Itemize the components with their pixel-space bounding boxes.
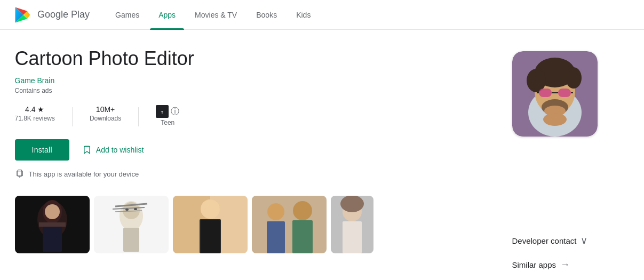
svg-rect-24 bbox=[201, 220, 220, 253]
svg-point-26 bbox=[267, 203, 284, 220]
screenshot-3[interactable] bbox=[173, 196, 248, 253]
device-icon bbox=[15, 169, 25, 179]
similar-apps-label: Similar apps bbox=[512, 260, 556, 269]
svg-rect-40 bbox=[539, 89, 552, 97]
rating-number: 4.4 bbox=[25, 105, 35, 114]
rating-label: 71.8K reviews bbox=[15, 115, 55, 122]
content-rating-label: Teen bbox=[161, 119, 174, 126]
downloads-value: 10M+ bbox=[96, 105, 115, 114]
main-nav: Games Apps Movies & TV Books Kids bbox=[107, 0, 319, 30]
svg-rect-9 bbox=[39, 222, 66, 227]
nav-movies[interactable]: Movies & TV bbox=[186, 0, 245, 30]
arrow-right-icon: → bbox=[560, 259, 570, 270]
svg-rect-25 bbox=[252, 196, 327, 253]
svg-rect-41 bbox=[558, 89, 571, 97]
screenshot-5[interactable] bbox=[331, 196, 373, 253]
svg-rect-14 bbox=[123, 228, 139, 252]
downloads-label: Downloads bbox=[90, 115, 121, 122]
device-notice: This app is available for your device bbox=[15, 169, 480, 179]
google-play-icon bbox=[13, 5, 32, 25]
nav-books[interactable]: Books bbox=[248, 0, 285, 30]
info-icon[interactable]: ⓘ bbox=[171, 106, 179, 117]
wishlist-button[interactable]: Add to wishlist bbox=[78, 139, 148, 161]
app-icon bbox=[512, 51, 598, 137]
svg-point-47 bbox=[543, 113, 567, 126]
svg-point-22 bbox=[201, 199, 220, 219]
svg-point-39 bbox=[566, 67, 582, 89]
nav-games[interactable]: Games bbox=[107, 0, 148, 30]
content-rating-stat: T ⓘ Teen bbox=[156, 105, 179, 126]
logo-link[interactable]: Google Play bbox=[13, 5, 90, 25]
svg-rect-33 bbox=[343, 221, 362, 253]
developer-link[interactable]: Game Brain bbox=[15, 76, 480, 85]
svg-rect-8 bbox=[43, 225, 62, 252]
header: Google Play Games Apps Movies & TV Books… bbox=[0, 0, 644, 30]
rating-stat: 4.4 ★ 71.8K reviews bbox=[15, 105, 55, 122]
contains-ads: Contains ads bbox=[15, 87, 480, 94]
actions-row: Install Add to wishlist bbox=[15, 139, 480, 161]
content-layout: Cartoon Photo Editor Game Brain Contains… bbox=[15, 47, 630, 273]
sidebar-actions: Developer contact ∨ Similar apps → bbox=[512, 233, 630, 273]
install-button[interactable]: Install bbox=[15, 139, 69, 161]
stat-divider-1 bbox=[72, 107, 73, 126]
similar-apps-action[interactable]: Similar apps → bbox=[512, 257, 630, 273]
logo-text: Google Play bbox=[37, 9, 90, 20]
screenshot-2[interactable] bbox=[94, 196, 169, 253]
screenshot-4[interactable] bbox=[252, 196, 327, 253]
developer-contact-action[interactable]: Developer contact ∨ bbox=[512, 233, 630, 249]
right-column: Developer contact ∨ Similar apps → bbox=[512, 47, 630, 273]
left-column: Cartoon Photo Editor Game Brain Contains… bbox=[15, 47, 480, 273]
svg-point-10 bbox=[45, 204, 60, 219]
svg-point-32 bbox=[340, 196, 364, 212]
app-title: Cartoon Photo Editor bbox=[15, 47, 480, 70]
nav-apps[interactable]: Apps bbox=[150, 0, 184, 30]
svg-rect-27 bbox=[267, 221, 285, 253]
screenshots-row bbox=[15, 196, 480, 253]
teen-icon: T bbox=[156, 105, 169, 118]
svg-text:T: T bbox=[161, 110, 164, 114]
stats-row: 4.4 ★ 71.8K reviews 10M+ Downloads bbox=[15, 105, 480, 126]
svg-point-18 bbox=[125, 209, 129, 211]
svg-point-19 bbox=[134, 208, 137, 210]
bookmark-icon bbox=[82, 145, 92, 155]
downloads-stat: 10M+ Downloads bbox=[90, 105, 121, 122]
svg-rect-29 bbox=[292, 220, 313, 253]
screenshot-1[interactable] bbox=[15, 196, 90, 253]
chevron-down-icon: ∨ bbox=[581, 235, 587, 246]
developer-contact-label: Developer contact bbox=[512, 236, 577, 245]
teen-badge: T ⓘ bbox=[156, 105, 179, 118]
stat-divider-2 bbox=[138, 107, 139, 126]
rating-value: 4.4 ★ bbox=[25, 105, 44, 114]
device-notice-text: This app is available for your device bbox=[29, 170, 139, 178]
svg-point-28 bbox=[293, 201, 312, 220]
nav-kids[interactable]: Kids bbox=[288, 0, 319, 30]
main-content: Cartoon Photo Editor Game Brain Contains… bbox=[2, 30, 642, 273]
star-icon: ★ bbox=[37, 105, 44, 114]
wishlist-label: Add to wishlist bbox=[96, 146, 144, 154]
